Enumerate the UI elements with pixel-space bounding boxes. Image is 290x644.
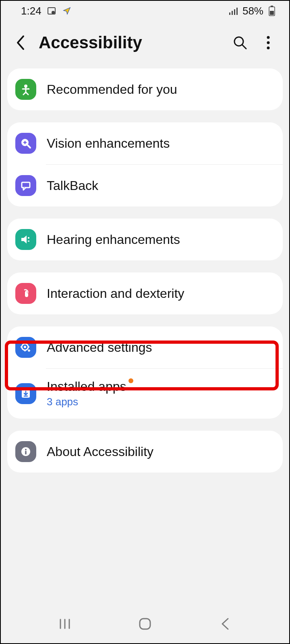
row-label: Vision enhancements bbox=[47, 136, 170, 151]
location-icon bbox=[62, 6, 72, 16]
card-recommended: Recommended for you bbox=[7, 68, 283, 110]
row-recommended[interactable]: Recommended for you bbox=[7, 68, 283, 110]
gear-plus-icon bbox=[15, 337, 36, 358]
svg-point-12 bbox=[267, 41, 270, 44]
home-button[interactable] bbox=[133, 612, 157, 636]
card-interaction: Interaction and dexterity bbox=[7, 272, 283, 314]
card-system: Advanced settings Installed apps 3 apps bbox=[7, 326, 283, 419]
person-icon bbox=[15, 79, 36, 100]
settings-list: Recommended for you Vision enhancements … bbox=[1, 68, 289, 473]
row-interaction[interactable]: Interaction and dexterity bbox=[7, 272, 283, 314]
svg-rect-39 bbox=[140, 619, 150, 629]
row-advanced-settings[interactable]: Advanced settings bbox=[7, 326, 283, 368]
svg-rect-4 bbox=[234, 9, 235, 15]
header: Accessibility bbox=[1, 21, 289, 68]
page-title: Accessibility bbox=[39, 33, 222, 52]
svg-point-9 bbox=[234, 37, 243, 46]
row-talkback[interactable]: TalkBack bbox=[7, 165, 283, 206]
volume-plus-icon bbox=[15, 229, 36, 250]
battery-icon bbox=[267, 6, 277, 16]
card-hearing: Hearing enhancements bbox=[7, 219, 283, 260]
svg-point-1 bbox=[52, 11, 55, 14]
row-about[interactable]: About Accessibility bbox=[7, 431, 283, 473]
row-label: Installed apps bbox=[47, 379, 126, 394]
row-subtitle: 3 apps bbox=[47, 396, 126, 408]
card-icon bbox=[46, 6, 57, 16]
card-about: About Accessibility bbox=[7, 431, 283, 473]
nav-back-button[interactable] bbox=[213, 612, 237, 636]
row-hearing[interactable]: Hearing enhancements bbox=[7, 219, 283, 260]
battery-percent: 58% bbox=[242, 5, 263, 17]
svg-point-11 bbox=[267, 36, 270, 39]
row-label: Advanced settings bbox=[47, 340, 152, 355]
row-label: Hearing enhancements bbox=[47, 232, 180, 247]
more-button[interactable] bbox=[259, 33, 278, 52]
notification-dot-icon bbox=[128, 378, 133, 383]
row-label: TalkBack bbox=[47, 178, 98, 193]
row-label: Interaction and dexterity bbox=[47, 286, 184, 301]
search-button[interactable] bbox=[230, 33, 250, 52]
card-vision: Vision enhancements TalkBack bbox=[7, 122, 283, 206]
svg-rect-19 bbox=[22, 182, 30, 188]
system-nav-bar bbox=[1, 605, 289, 643]
svg-rect-3 bbox=[232, 11, 233, 15]
row-label: About Accessibility bbox=[47, 444, 153, 459]
magnify-plus-icon bbox=[15, 133, 36, 154]
row-vision[interactable]: Vision enhancements bbox=[7, 122, 283, 164]
touch-icon bbox=[15, 283, 36, 304]
svg-line-10 bbox=[242, 45, 246, 49]
svg-rect-2 bbox=[229, 12, 230, 15]
row-installed-apps[interactable]: Installed apps 3 apps bbox=[7, 369, 283, 419]
info-icon bbox=[15, 441, 36, 462]
svg-line-16 bbox=[28, 145, 30, 148]
status-bar: 1:24 58% bbox=[1, 1, 289, 21]
svg-point-24 bbox=[24, 346, 26, 348]
svg-rect-35 bbox=[25, 451, 27, 454]
status-time: 1:24 bbox=[21, 5, 41, 17]
download-icon bbox=[15, 383, 36, 404]
svg-rect-8 bbox=[270, 11, 274, 15]
signal-icon bbox=[229, 6, 239, 16]
svg-point-13 bbox=[267, 47, 270, 50]
status-right: 58% bbox=[229, 5, 277, 17]
back-button[interactable] bbox=[12, 35, 30, 51]
row-label: Recommended for you bbox=[47, 82, 177, 97]
speech-bubble-icon bbox=[15, 175, 36, 196]
row-label-text: Installed apps bbox=[47, 379, 126, 394]
recents-button[interactable] bbox=[53, 612, 77, 636]
svg-rect-5 bbox=[236, 8, 238, 15]
status-left: 1:24 bbox=[21, 5, 72, 17]
svg-point-34 bbox=[25, 449, 27, 450]
